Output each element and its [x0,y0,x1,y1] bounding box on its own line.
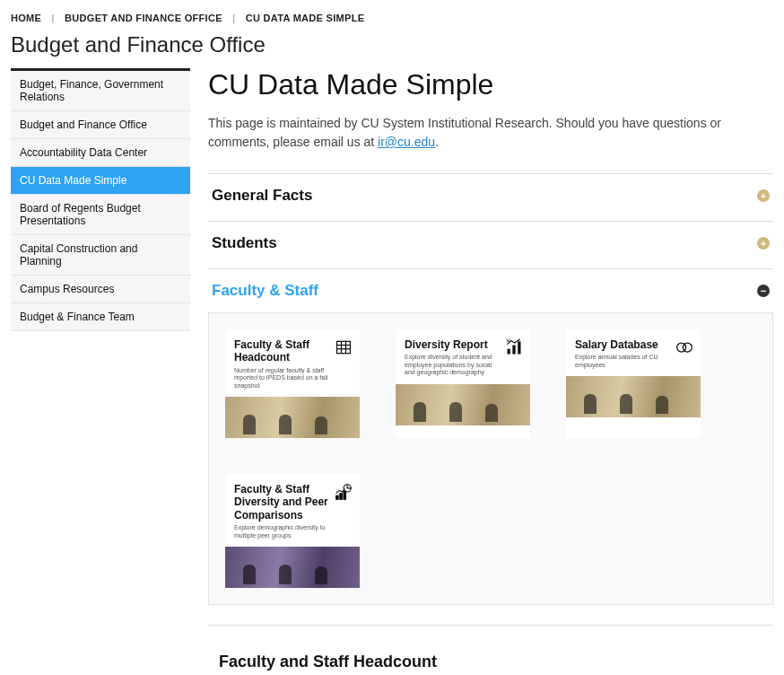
sidebar-item-4[interactable]: Board of Regents Budget Presentations [11,195,190,235]
sidebar-item-5[interactable]: Capital Construction and Planning [11,235,190,276]
main-heading: CU Data Made Simple [208,68,773,101]
svg-rect-0 [337,341,351,353]
breadcrumb-home[interactable]: HOME [11,13,41,23]
intro-text: This page is maintained by CU System Ins… [208,114,773,152]
card-desc: Explore annual salaries of CU employees [575,354,692,369]
svg-rect-12 [340,494,343,500]
sidebar-item-6[interactable]: Campus Resources [11,276,190,303]
card-title: Faculty & Staff Diversity and Peer Compa… [234,483,351,522]
svg-rect-6 [512,346,515,355]
svg-rect-13 [344,491,346,499]
page-title: Budget and Finance Office [11,32,773,57]
expand-plus-icon: + [757,189,770,202]
sidebar-item-2[interactable]: Accountability Data Center [11,139,190,167]
card-desc: Number of regular faculty & staff report… [234,367,351,390]
breadcrumb-sep: | [232,13,235,23]
breadcrumb: HOME | BUDGET AND FINANCE OFFICE | CU DA… [11,13,773,23]
pie-bar-icon [335,483,353,501]
sidebar-nav: Budget, Finance, Government RelationsBud… [11,68,190,675]
card-salary-database[interactable]: Salary Database Explore annual salaries … [566,329,701,438]
card-image [225,547,360,588]
accordion-general-facts[interactable]: General Facts + [208,173,773,217]
card-diversity-report[interactable]: Diversity Report Explore diversity of st… [396,329,530,438]
card-title: Salary Database [575,338,692,351]
accordion-faculty-staff[interactable]: Faculty & Staff − [208,268,773,312]
sidebar-item-1[interactable]: Budget and Finance Office [11,111,190,139]
breadcrumb-current: CU DATA MADE SIMPLE [246,13,365,23]
card-title: Diversity Report [405,338,521,351]
sidebar-item-3[interactable]: CU Data Made Simple [11,167,190,195]
card-faculty-staff-headcount[interactable]: Faculty & Staff Headcount Number of regu… [225,329,360,438]
accordion-students[interactable]: Students + [208,221,773,265]
svg-point-9 [683,343,692,352]
coins-icon [675,338,693,356]
subsection-heading: Faculty and Staff Headcount [219,653,773,671]
card-image [396,384,530,425]
contact-email-link[interactable]: ir@cu.edu [378,135,435,149]
expand-plus-icon: + [757,237,770,250]
sidebar-item-7[interactable]: Budget & Finance Team [11,303,190,331]
card-image [225,397,360,438]
card-image [566,376,701,417]
card-desc: Explore demographic diversity to multipl… [234,524,351,539]
accordion-title: General Facts [212,187,312,205]
card-title: Faculty & Staff Headcount [234,338,351,364]
card-grid: Faculty & Staff Headcount Number of regu… [208,312,773,605]
accordion-title: Students [212,234,277,252]
svg-rect-11 [336,495,339,499]
svg-rect-7 [518,341,520,354]
svg-rect-5 [508,349,510,355]
bar-chart-icon [505,338,523,356]
breadcrumb-section[interactable]: BUDGET AND FINANCE OFFICE [65,13,222,23]
card-faculty-staff-diversity-peer[interactable]: Faculty & Staff Diversity and Peer Compa… [225,474,360,588]
collapse-minus-icon: − [757,285,770,297]
breadcrumb-sep: | [52,13,55,23]
card-desc: Explore diversity of student and employe… [405,354,521,376]
sidebar-item-0[interactable]: Budget, Finance, Government Relations [11,71,190,111]
table-icon [335,338,353,356]
accordion-title: Faculty & Staff [212,282,318,300]
